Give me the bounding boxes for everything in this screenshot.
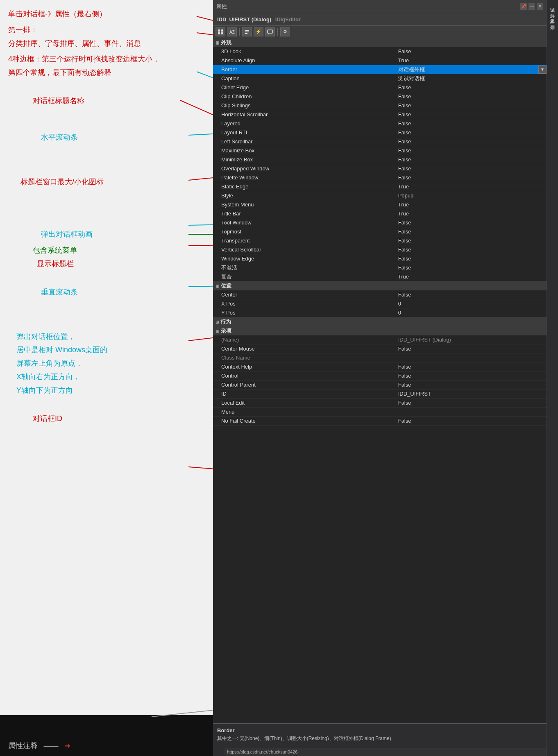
prop-row-class-name[interactable]: Class Name <box>213 353 547 362</box>
prop-row-context-help[interactable]: Context Help False <box>213 362 547 371</box>
prop-row-style[interactable]: Style Popup <box>213 191 547 200</box>
properties-button[interactable] <box>242 27 252 36</box>
settings-button[interactable]: ⚙ <box>280 27 290 36</box>
prop-row-center-mouse[interactable]: Center Mouse False <box>213 344 547 353</box>
prop-name-tool-window: Tool Window <box>213 220 397 226</box>
prop-row-center[interactable]: Center False <box>213 290 547 299</box>
prop-value-local-edit: False <box>397 400 547 406</box>
prop-name-composite: 复合 <box>213 273 397 281</box>
annotation-panel: 单击对话框-》属性（最右侧） 第一排： 分类排序、字母排序、属性、事件、消息 4… <box>0 0 213 717</box>
vertical-tabs: 调试 解决 工具箱 划排 <box>547 0 558 756</box>
prop-value-left-scrollbar: False <box>397 138 547 145</box>
prop-row-xpos[interactable]: X Pos 0 <box>213 299 547 308</box>
prop-name-clip-siblings: Clip Siblings <box>213 102 397 109</box>
prop-name-no-activate: 不激活 <box>213 264 397 272</box>
prop-row-clip-siblings[interactable]: Clip Siblings False <box>213 101 547 110</box>
section-position[interactable]: ▣ 位置 <box>213 281 547 290</box>
prop-row-maximize-box[interactable]: Maximize Box False <box>213 146 547 155</box>
annotation-position2: 居中是相对 Windows桌面的 <box>16 346 107 354</box>
pin-button[interactable]: 📌 <box>520 3 527 10</box>
prop-row-border[interactable]: Border 对话框外框 ▼ <box>213 65 547 74</box>
prop-value-title-bar: True <box>397 211 547 217</box>
prop-row-vscrollbar[interactable]: Vertical Scrollbar False <box>213 245 547 254</box>
prop-value-minimize-box: False <box>397 156 547 163</box>
prop-row-control-parent[interactable]: Control Parent False <box>213 380 547 389</box>
section-behavior[interactable]: ⊞ 行为 <box>213 317 547 326</box>
prop-row-transparent[interactable]: Transparent False <box>213 236 547 245</box>
prop-name-window-edge: Window Edge <box>213 256 397 262</box>
border-dropdown-button[interactable]: ▼ <box>538 66 547 74</box>
prop-row-no-activate[interactable]: 不激活 False <box>213 263 547 272</box>
prop-value-control-parent: False <box>397 382 547 388</box>
annotation-popup-anim: 弹出对话框动画 <box>41 230 93 238</box>
prop-value-ypos: 0 <box>397 310 547 316</box>
prop-row-tool-window[interactable]: Tool Window False <box>213 218 547 227</box>
annotation-titlebar-icons: 标题栏窗口最大/小化图标 <box>20 178 104 186</box>
messages-button[interactable] <box>265 27 275 36</box>
prop-row-absolute-align[interactable]: Absolute Align True <box>213 56 547 65</box>
prop-row-no-fail-create[interactable]: No Fail Create False <box>213 416 547 426</box>
prop-name-center-mouse: Center Mouse <box>213 346 397 352</box>
properties-toolbar: AZ ⚡ ⚙ <box>213 26 547 38</box>
prop-value-overlapped-window: False <box>397 165 547 172</box>
section-appearance-label: 外观 <box>221 39 231 46</box>
vertical-tab-1[interactable]: 调试 <box>549 2 556 7</box>
events-button[interactable]: ⚡ <box>254 27 263 36</box>
prop-row-composite[interactable]: 复合 True <box>213 272 547 281</box>
svg-rect-16 <box>221 32 223 34</box>
prop-row-minimize-box[interactable]: Minimize Box False <box>213 155 547 164</box>
annotation-bottom-label: 属性注释 <box>8 742 38 750</box>
prop-row-control[interactable]: Control False <box>213 371 547 380</box>
prop-row-window-edge[interactable]: Window Edge False <box>213 254 547 263</box>
vertical-tab-2[interactable]: 解决 <box>549 7 556 12</box>
prop-name-overlapped-window: Overlapped Window <box>213 165 397 172</box>
prop-row-layout-rtl[interactable]: Layout RTL False <box>213 128 547 137</box>
prop-row-ypos[interactable]: Y Pos 0 <box>213 308 547 317</box>
prop-row-hscrollbar[interactable]: Horizontal Scrollbar False <box>213 110 547 119</box>
prop-row-system-menu[interactable]: System Menu True <box>213 200 547 209</box>
section-misc-label: 杂项 <box>221 327 231 335</box>
prop-value-layout-rtl: False <box>397 129 547 136</box>
minimize-button[interactable]: — <box>529 3 535 10</box>
prop-name-style: Style <box>213 192 397 199</box>
prop-row-title-bar[interactable]: Title Bar True <box>213 209 547 218</box>
prop-value-name: IDD_UIFIRST (Dialog) <box>397 337 547 343</box>
prop-value-composite: True <box>397 274 547 280</box>
prop-row-local-edit[interactable]: Local Edit False <box>213 398 547 407</box>
prop-name-minimize-box: Minimize Box <box>213 156 397 163</box>
prop-value-3dlook: False <box>397 48 547 54</box>
categorized-sort-button[interactable] <box>215 27 225 36</box>
dialog-info-header: IDD_UIFIRST (Dialog) IDlgEditor <box>213 13 547 26</box>
titlebar-controls[interactable]: 📌 — ✕ <box>520 3 543 10</box>
prop-row-left-scrollbar[interactable]: Left Scrollbar False <box>213 137 547 146</box>
annotation-position4: X轴向右为正方向， <box>16 373 80 381</box>
prop-row-menu[interactable]: Menu <box>213 407 547 416</box>
annotation-title: 单击对话框-》属性（最右侧） <box>8 10 107 18</box>
prop-row-3dlook[interactable]: 3D Look False <box>213 47 547 56</box>
prop-name-topmost: Topmost <box>213 229 397 235</box>
alpha-sort-button[interactable]: AZ <box>227 27 237 36</box>
prop-value-window-edge: False <box>397 256 547 262</box>
prop-row-palette-window[interactable]: Palette Window False <box>213 173 547 182</box>
close-button[interactable]: ✕ <box>537 3 543 10</box>
prop-name-static-edge: Static Edge <box>213 183 397 190</box>
vertical-tab-3[interactable]: 工具箱 <box>549 13 556 18</box>
prop-row-name[interactable]: (Name) IDD_UIFIRST (Dialog) <box>213 335 547 344</box>
section-appearance[interactable]: ▣ 外观 <box>213 38 547 47</box>
prop-row-layered[interactable]: Layered False <box>213 119 547 128</box>
properties-list[interactable]: ▣ 外观 3D Look False Absolute Align True B… <box>213 38 547 723</box>
prop-row-client-edge[interactable]: Client Edge False <box>213 83 547 92</box>
prop-row-caption[interactable]: Caption 测试对话框 <box>213 74 547 83</box>
svg-rect-20 <box>245 33 247 34</box>
vertical-tab-4[interactable]: 划排 <box>549 19 556 24</box>
prop-row-clip-children[interactable]: Clip Children False <box>213 92 547 101</box>
prop-name-ypos: Y Pos <box>213 310 397 316</box>
prop-row-static-edge[interactable]: Static Edge True <box>213 182 547 191</box>
prop-value-center-mouse: False <box>397 346 547 352</box>
prop-row-id[interactable]: ID IDD_UIFIRST <box>213 389 547 398</box>
prop-row-overlapped-window[interactable]: Overlapped Window False <box>213 164 547 173</box>
prop-name-class-name: Class Name <box>213 355 397 361</box>
prop-row-topmost[interactable]: Topmost False <box>213 227 547 236</box>
prop-name-menu: Menu <box>213 409 397 415</box>
section-misc[interactable]: ▣ 杂项 <box>213 326 547 335</box>
